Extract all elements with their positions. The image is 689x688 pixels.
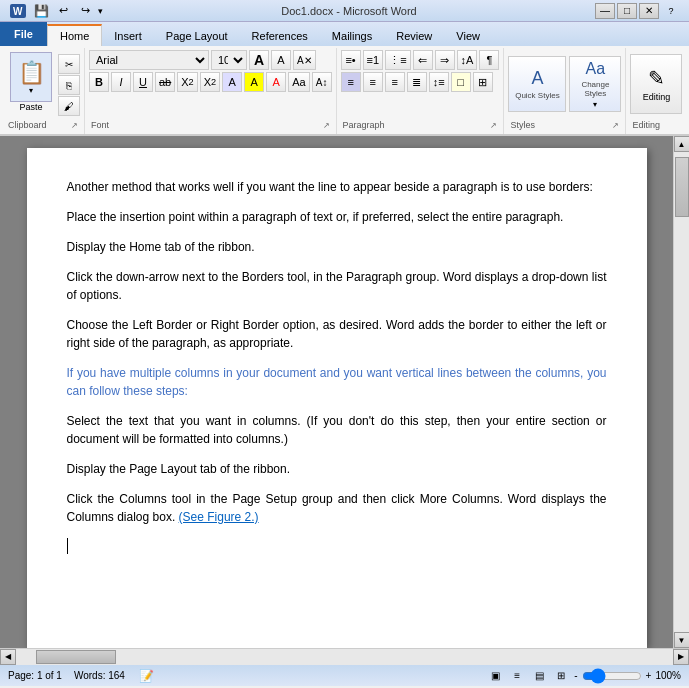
font-row1: Arial 10 A A A✕ — [89, 50, 316, 70]
scroll-up-arrow[interactable]: ▲ — [674, 136, 690, 152]
close-button[interactable]: ✕ — [639, 3, 659, 19]
view-normal-button[interactable]: ▣ — [486, 668, 504, 684]
change-styles-button[interactable]: Aa Change Styles ▾ — [569, 56, 621, 112]
paragraph-group: ≡• ≡1 ⋮≡ ⇐ ⇒ ↕A ¶ ≡ ≡ ≡ ≣ ↕≡ □ ⊞ Paragra… — [337, 48, 505, 134]
cut-icon: ✂ — [65, 59, 73, 70]
styles-expand-icon[interactable]: ↗ — [612, 121, 619, 130]
borders-button[interactable]: ⊞ — [473, 72, 493, 92]
font-shrink-button[interactable]: A — [271, 50, 291, 70]
scroll-left-arrow[interactable]: ◀ — [0, 649, 16, 665]
format-painter-icon: 🖌 — [64, 101, 74, 112]
font-name-select[interactable]: Arial — [89, 50, 209, 70]
paste-label: Paste — [19, 102, 42, 112]
clipboard-group-bottom: Clipboard ↗ — [6, 118, 80, 132]
view-layout-button[interactable]: ▤ — [530, 668, 548, 684]
h-scroll-track[interactable] — [16, 649, 673, 665]
ribbon-tab-bar: File Home Insert Page Layout References … — [0, 22, 689, 46]
title-bar: W 💾 ↩ ↪ ▾ Doc1.docx - Microsoft Word — □… — [0, 0, 689, 22]
tab-home[interactable]: Home — [47, 24, 102, 46]
help-icon[interactable]: ? — [661, 3, 681, 19]
paragraph-4: Click the down-arrow next to the Borders… — [67, 268, 607, 304]
save-icon[interactable]: 💾 — [32, 3, 50, 19]
line-spacing-button[interactable]: ↕≡ — [429, 72, 449, 92]
document-container: Another method that works well if you wa… — [0, 136, 689, 648]
font-group-bottom: Font ↗ — [89, 118, 332, 132]
scroll-right-arrow[interactable]: ▶ — [673, 649, 689, 665]
clear-format-button[interactable]: A✕ — [293, 50, 316, 70]
highlight-button[interactable]: A — [244, 72, 264, 92]
copy-button[interactable]: ⎘ — [58, 75, 80, 95]
styles-group: A Quick Styles Aa Change Styles ▾ Styles… — [504, 48, 626, 134]
strikethrough-button[interactable]: ab — [155, 72, 175, 92]
zoom-out-button[interactable]: - — [574, 670, 577, 681]
text-cursor — [67, 538, 68, 554]
tab-review[interactable]: Review — [384, 24, 444, 46]
tab-insert[interactable]: Insert — [102, 24, 154, 46]
bold-button[interactable]: B — [89, 72, 109, 92]
numbering-button[interactable]: ≡1 — [363, 50, 384, 70]
tab-mailings[interactable]: Mailings — [320, 24, 384, 46]
maximize-button[interactable]: □ — [617, 3, 637, 19]
tab-file[interactable]: File — [0, 22, 47, 46]
align-left-button[interactable]: ≡ — [341, 72, 361, 92]
paragraph-3: Display the Home tab of the ribbon. — [67, 238, 607, 256]
word-icon: W — [8, 2, 28, 20]
paste-button[interactable]: 📋 ▾ Paste — [6, 50, 56, 114]
case-button[interactable]: A↕ — [312, 72, 332, 92]
font-grow-button[interactable]: A — [249, 50, 269, 70]
superscript-button[interactable]: X2 — [200, 72, 220, 92]
horizontal-scrollbar[interactable]: ◀ ▶ — [0, 648, 689, 664]
paragraph-9: Click the Columns tool in the Page Setup… — [67, 490, 607, 526]
quick-styles-button[interactable]: A Quick Styles — [508, 56, 566, 112]
spellcheck-icon[interactable]: 📝 — [137, 668, 157, 684]
tab-page-layout[interactable]: Page Layout — [154, 24, 240, 46]
subscript-button[interactable]: X2 — [177, 72, 197, 92]
cut-button[interactable]: ✂ — [58, 54, 80, 74]
paragraph-expand-icon[interactable]: ↗ — [490, 121, 497, 130]
bullets-button[interactable]: ≡• — [341, 50, 361, 70]
vertical-scrollbar[interactable]: ▲ ▼ — [673, 136, 689, 648]
quick-access-toolbar: W 💾 ↩ ↪ ▾ — [8, 2, 103, 20]
redo-icon[interactable]: ↪ — [76, 3, 94, 19]
tab-view[interactable]: View — [444, 24, 492, 46]
scroll-down-arrow[interactable]: ▼ — [674, 632, 690, 648]
shading-button[interactable]: □ — [451, 72, 471, 92]
justify-button[interactable]: ≣ — [407, 72, 427, 92]
document-scroll-area[interactable]: Another method that works well if you wa… — [0, 136, 673, 648]
align-right-button[interactable]: ≡ — [385, 72, 405, 92]
editing-group-content: ✎ Editing — [630, 50, 682, 118]
view-reading-button[interactable]: ≡ — [508, 668, 526, 684]
font-color-button[interactable]: A — [266, 72, 286, 92]
editing-button[interactable]: ✎ Editing — [630, 54, 682, 114]
decrease-indent-button[interactable]: ⇐ — [413, 50, 433, 70]
scroll-track[interactable] — [674, 152, 690, 632]
paragraph-8: Display the Page Layout tab of the ribbo… — [67, 460, 607, 478]
sort-button[interactable]: ↕A — [457, 50, 478, 70]
font-AA-button[interactable]: Aa — [288, 72, 309, 92]
paragraph-5: Choose the Left Border or Right Border o… — [67, 316, 607, 352]
zoom-slider[interactable] — [582, 671, 642, 681]
h-scroll-thumb[interactable] — [36, 650, 116, 664]
increase-indent-button[interactable]: ⇒ — [435, 50, 455, 70]
status-bar: Page: 1 of 1 Words: 164 📝 ▣ ≡ ▤ ⊞ - + 10… — [0, 664, 689, 686]
zoom-in-button[interactable]: + — [646, 670, 652, 681]
minimize-button[interactable]: — — [595, 3, 615, 19]
font-expand-icon[interactable]: ↗ — [323, 121, 330, 130]
font-size-select[interactable]: 10 — [211, 50, 247, 70]
tab-references[interactable]: References — [240, 24, 320, 46]
undo-icon[interactable]: ↩ — [54, 3, 72, 19]
scroll-thumb[interactable] — [675, 157, 689, 217]
show-marks-button[interactable]: ¶ — [479, 50, 499, 70]
multilevel-button[interactable]: ⋮≡ — [385, 50, 410, 70]
view-web-button[interactable]: ⊞ — [552, 668, 570, 684]
align-center-button[interactable]: ≡ — [363, 72, 383, 92]
window-title: Doc1.docx - Microsoft Word — [103, 5, 595, 17]
see-figure-link[interactable]: (See Figure 2.) — [179, 510, 259, 524]
cut-copy-format-group: ✂ ⎘ 🖌 — [58, 50, 80, 116]
underline-button[interactable]: U — [133, 72, 153, 92]
clipboard-expand-icon[interactable]: ↗ — [71, 121, 78, 130]
text-effect-button[interactable]: A — [222, 72, 242, 92]
format-painter-button[interactable]: 🖌 — [58, 96, 80, 116]
italic-button[interactable]: I — [111, 72, 131, 92]
font-label: Font — [91, 118, 109, 132]
